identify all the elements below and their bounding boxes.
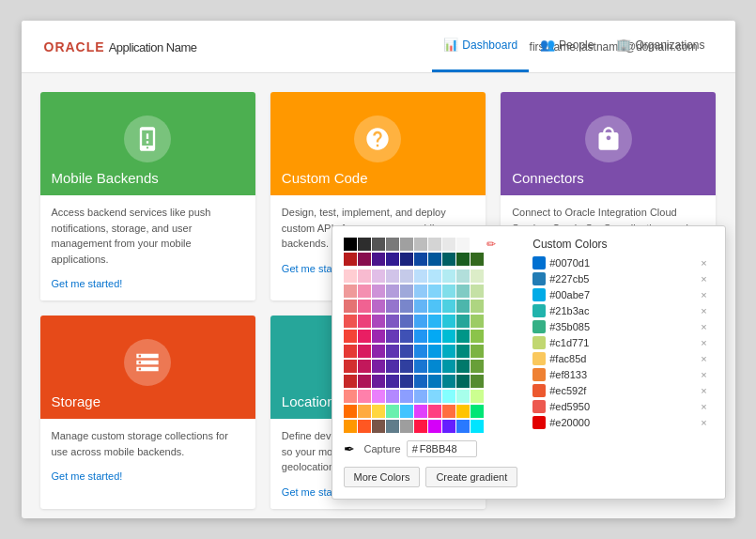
nav-dashboard[interactable]: 📊 Dashboard: [432, 21, 529, 72]
palette-color-cell[interactable]: [344, 315, 357, 328]
palette-color-cell[interactable]: [344, 375, 357, 388]
grayscale-cell[interactable]: [400, 238, 413, 251]
palette-color-cell[interactable]: [456, 405, 470, 418]
palette-color-cell[interactable]: [344, 300, 357, 313]
palette-color-cell[interactable]: [414, 420, 427, 433]
palette-color-cell[interactable]: [386, 375, 399, 388]
palette-color-cell[interactable]: [400, 285, 413, 298]
palette-color-cell[interactable]: [386, 315, 399, 328]
palette-color-cell[interactable]: [428, 315, 441, 328]
palette-color-cell[interactable]: [358, 405, 371, 418]
palette-color-cell[interactable]: [428, 285, 441, 298]
palette-color-cell[interactable]: [414, 405, 427, 418]
palette-color-cell[interactable]: [414, 330, 427, 343]
custom-color-remove-button[interactable]: ×: [699, 321, 710, 332]
custom-color-remove-button[interactable]: ×: [699, 273, 710, 285]
palette-color-cell[interactable]: [471, 420, 484, 433]
palette-color-cell[interactable]: [442, 315, 455, 328]
palette-color-cell[interactable]: [344, 330, 357, 343]
palette-color-cell[interactable]: [372, 300, 385, 313]
grayscale-cell[interactable]: [471, 238, 484, 251]
palette-color-cell[interactable]: [358, 420, 371, 433]
palette-color-cell[interactable]: [344, 285, 357, 298]
palette-color-cell[interactable]: [442, 300, 455, 313]
dark-color-cell[interactable]: [344, 253, 357, 266]
palette-color-cell[interactable]: [414, 300, 427, 313]
palette-color-cell[interactable]: [358, 315, 371, 328]
card-mobile-backends-link[interactable]: Get me started!: [52, 278, 123, 289]
palette-color-cell[interactable]: [372, 345, 385, 358]
palette-color-cell[interactable]: [471, 330, 484, 343]
palette-color-cell[interactable]: [428, 375, 441, 388]
palette-color-cell[interactable]: [456, 390, 470, 403]
palette-color-cell[interactable]: [414, 360, 427, 373]
palette-color-cell[interactable]: [471, 300, 484, 313]
palette-color-cell[interactable]: [442, 330, 455, 343]
palette-color-cell[interactable]: [414, 270, 427, 283]
palette-color-cell[interactable]: [372, 405, 385, 418]
palette-color-cell[interactable]: [400, 270, 413, 283]
palette-color-cell[interactable]: [442, 390, 455, 403]
more-colors-button[interactable]: More Colors: [344, 467, 421, 487]
palette-color-cell[interactable]: [471, 285, 484, 298]
palette-color-cell[interactable]: [386, 390, 399, 403]
palette-color-cell[interactable]: [456, 315, 470, 328]
dark-color-cell[interactable]: [428, 253, 441, 266]
grayscale-cell[interactable]: [428, 238, 441, 251]
palette-color-cell[interactable]: [428, 360, 441, 373]
palette-color-cell[interactable]: [442, 405, 455, 418]
dark-color-cell[interactable]: [442, 253, 455, 266]
palette-color-cell[interactable]: [456, 420, 470, 433]
palette-color-cell[interactable]: [400, 420, 413, 433]
palette-color-cell[interactable]: [344, 405, 357, 418]
dark-color-cell[interactable]: [358, 253, 371, 266]
palette-color-cell[interactable]: [386, 270, 399, 283]
palette-color-cell[interactable]: [386, 420, 399, 433]
palette-color-cell[interactable]: [358, 345, 371, 358]
palette-color-cell[interactable]: [471, 375, 484, 388]
grayscale-cell[interactable]: [372, 238, 385, 251]
dark-color-cell[interactable]: [414, 253, 427, 266]
palette-color-cell[interactable]: [414, 375, 427, 388]
palette-color-cell[interactable]: [358, 270, 371, 283]
dark-color-cell[interactable]: [471, 253, 484, 266]
card-storage-link[interactable]: Get me started!: [52, 470, 123, 482]
eyedropper-icon[interactable]: ✒: [344, 441, 359, 456]
palette-color-cell[interactable]: [344, 390, 357, 403]
palette-color-cell[interactable]: [400, 330, 413, 343]
palette-color-cell[interactable]: [400, 360, 413, 373]
custom-color-remove-button[interactable]: ×: [699, 337, 710, 348]
palette-color-cell[interactable]: [344, 345, 357, 358]
palette-color-cell[interactable]: [414, 285, 427, 298]
dark-color-cell[interactable]: [400, 253, 413, 266]
palette-color-cell[interactable]: [442, 345, 455, 358]
palette-color-cell[interactable]: [471, 390, 484, 403]
palette-color-cell[interactable]: [414, 345, 427, 358]
pencil-icon[interactable]: ✏: [485, 238, 498, 251]
dark-color-cell[interactable]: [386, 253, 399, 266]
palette-color-cell[interactable]: [344, 270, 357, 283]
palette-color-cell[interactable]: [400, 390, 413, 403]
dark-color-cell[interactable]: [372, 253, 385, 266]
palette-color-cell[interactable]: [471, 345, 484, 358]
palette-color-cell[interactable]: [428, 345, 441, 358]
palette-color-cell[interactable]: [400, 405, 413, 418]
custom-color-remove-button[interactable]: ×: [699, 417, 710, 428]
palette-color-cell[interactable]: [428, 270, 441, 283]
palette-color-cell[interactable]: [428, 405, 441, 418]
custom-color-remove-button[interactable]: ×: [699, 257, 710, 269]
palette-color-cell[interactable]: [400, 315, 413, 328]
grayscale-cell[interactable]: [344, 238, 357, 251]
palette-color-cell[interactable]: [372, 285, 385, 298]
palette-color-cell[interactable]: [442, 285, 455, 298]
palette-color-cell[interactable]: [400, 345, 413, 358]
palette-color-cell[interactable]: [428, 420, 441, 433]
palette-color-cell[interactable]: [428, 300, 441, 313]
nav-people[interactable]: 👥 People: [529, 21, 605, 72]
grayscale-cell[interactable]: [414, 238, 427, 251]
palette-color-cell[interactable]: [358, 285, 371, 298]
palette-color-cell[interactable]: [456, 345, 470, 358]
palette-color-cell[interactable]: [428, 330, 441, 343]
palette-color-cell[interactable]: [456, 375, 470, 388]
grayscale-cell[interactable]: [456, 238, 470, 251]
